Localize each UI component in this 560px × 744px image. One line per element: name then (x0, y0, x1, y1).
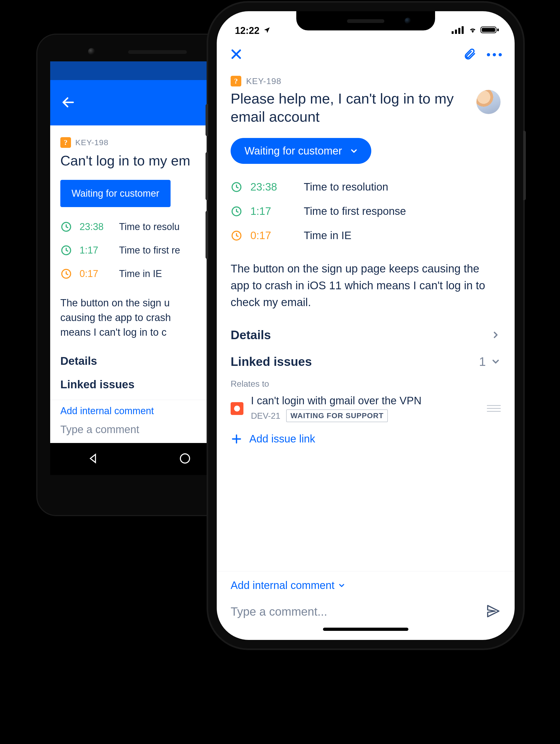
android-camera (88, 48, 95, 55)
relates-to-label: Relates to (231, 379, 501, 389)
add-issue-link-button[interactable]: Add issue link (231, 433, 501, 445)
issue-title: Please help me, I can't log in to my ema… (231, 90, 470, 126)
iphone-volume-down (206, 211, 208, 259)
sla-time: 1:17 (79, 245, 112, 256)
chevron-down-icon (338, 582, 346, 590)
more-icon[interactable] (487, 53, 502, 56)
linked-issue-type-icon (231, 402, 244, 415)
sla-label: Time to resolution (304, 181, 388, 193)
chevron-down-icon (349, 147, 359, 156)
nav-home-icon[interactable] (179, 452, 191, 466)
section-linked-issues[interactable]: Linked issues 1 (231, 355, 501, 369)
section-details-label: Details (231, 328, 271, 342)
sla-time: 0:17 (250, 229, 296, 241)
svg-marker-4 (90, 454, 95, 463)
svg-rect-8 (458, 28, 460, 34)
status-time: 12:22 (235, 25, 259, 36)
send-icon[interactable] (486, 604, 501, 620)
nav-back-icon[interactable] (87, 452, 100, 466)
status-dropdown[interactable]: Waiting for customer (60, 180, 171, 207)
issue-key: KEY-198 (246, 76, 281, 86)
sla-time: 1:17 (250, 205, 296, 217)
android-speaker (128, 50, 187, 54)
iphone-screen: 12:22 (217, 11, 515, 640)
assignee-avatar[interactable] (476, 90, 501, 114)
sla-row-time-in-ie: 0:17 Time in IE (231, 229, 501, 241)
sla-row-first-response: 1:17 Time to first response (231, 205, 501, 217)
iphone-power-button (523, 131, 526, 200)
iphone-frame: 12:22 (208, 3, 523, 648)
sla-label: Time to resolu (119, 221, 180, 232)
linked-issue-row[interactable]: I can't login with gmail over the VPN DE… (231, 395, 501, 422)
svg-rect-11 (482, 28, 495, 32)
sla-time: 0:17 (79, 268, 112, 280)
location-arrow-icon (263, 25, 271, 36)
svg-rect-9 (462, 26, 464, 34)
battery-icon (481, 25, 499, 36)
status-dropdown[interactable]: Waiting for customer (231, 138, 371, 164)
add-internal-comment-label: Add internal comment (231, 579, 334, 591)
home-indicator[interactable] (323, 628, 408, 631)
svg-rect-12 (497, 29, 499, 31)
issue-key: KEY-198 (75, 138, 108, 147)
close-icon[interactable] (230, 47, 243, 62)
sla-label: Time to first response (304, 205, 406, 217)
back-arrow-icon[interactable] (61, 95, 76, 111)
add-issue-link-label: Add issue link (249, 433, 315, 445)
svg-point-5 (180, 454, 190, 463)
linked-issue-title: I can't login with gmail over the VPN (251, 395, 479, 407)
issue-type-icon: ? (60, 137, 71, 148)
sla-time: 23:38 (250, 181, 296, 193)
comment-input[interactable]: Type a comment... (231, 605, 479, 618)
iphone-volume-up (206, 152, 208, 200)
attachment-icon[interactable] (463, 47, 476, 62)
svg-rect-7 (455, 30, 457, 34)
status-label: Waiting for customer (245, 145, 342, 157)
add-internal-comment-tab[interactable]: Add internal comment (231, 579, 501, 591)
ios-nav-bar (217, 40, 515, 69)
sla-row-resolution: 23:38 Time to resolution (231, 181, 501, 193)
iphone-notch (296, 11, 435, 30)
sla-time: 23:38 (79, 221, 112, 232)
cellular-signal-icon (452, 25, 465, 36)
iphone-mute-switch (206, 104, 208, 136)
linked-issue-status: WAITING FOR SUPPORT (286, 409, 388, 422)
wifi-icon (469, 25, 477, 36)
sla-label: Time in IE (119, 268, 162, 280)
sla-label: Time in IE (304, 229, 351, 241)
issue-description: The button on the sign up page keeps cau… (231, 260, 501, 311)
linked-count: 1 (479, 355, 486, 369)
svg-rect-6 (452, 31, 454, 34)
linked-issue-key: DEV-21 (251, 411, 280, 421)
sla-label: Time to first re (119, 245, 180, 256)
chevron-right-icon (491, 330, 501, 340)
issue-type-icon: ? (231, 76, 241, 86)
drag-handle-icon[interactable] (487, 405, 501, 412)
section-details[interactable]: Details (231, 328, 501, 342)
section-linked-label: Linked issues (231, 355, 312, 369)
chevron-down-icon (491, 357, 501, 367)
